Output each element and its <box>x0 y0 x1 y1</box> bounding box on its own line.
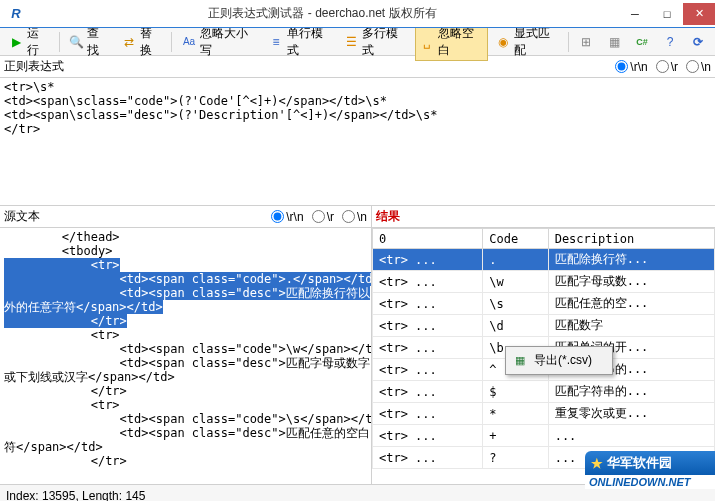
radio-n[interactable]: \n <box>686 60 711 74</box>
replace-icon: ⇄ <box>122 34 137 50</box>
radio-rn[interactable]: \r\n <box>615 60 647 74</box>
results-header: 结果 <box>372 206 715 228</box>
table-row[interactable]: <tr> ...\s匹配任意的空... <box>373 293 715 315</box>
close-button[interactable]: ✕ <box>683 3 715 25</box>
table-cell: 重复零次或更... <box>548 403 714 425</box>
grid-icon: ▦ <box>606 34 622 50</box>
table-row[interactable]: <tr> ....匹配除换行符... <box>373 249 715 271</box>
grid-view-button[interactable]: ▦ <box>601 32 627 52</box>
table-cell: <tr> ... <box>373 337 483 359</box>
results-title: 结果 <box>376 208 400 225</box>
table-cell: <tr> ... <box>373 271 483 293</box>
table-cell: <tr> ... <box>373 249 483 271</box>
radio-r[interactable]: \r <box>656 60 678 74</box>
table-cell: 匹配字符串的... <box>548 381 714 403</box>
regex-textarea[interactable] <box>0 78 715 205</box>
watermark-box: ★ 华军软件园 <box>585 451 715 475</box>
watermark: ★ 华军软件园 ONLINEDOWN.NET <box>585 451 715 501</box>
excel-icon: ▦ <box>512 353 528 369</box>
ignore-space-button[interactable]: ␣忽略空白 <box>415 23 489 61</box>
export-csv-label: 导出(*.csv) <box>534 352 592 369</box>
window-controls: ─ □ ✕ <box>619 3 715 25</box>
single-line-label: 单行模式 <box>287 25 332 59</box>
radio-rn-label: \r\n <box>630 60 647 74</box>
find-label: 查找 <box>87 25 110 59</box>
src-radio-n[interactable]: \n <box>342 210 367 224</box>
table-cell: <tr> ... <box>373 447 483 469</box>
table-cell: <tr> ... <box>373 425 483 447</box>
explicit-icon: ◉ <box>495 34 510 50</box>
multiline-icon: ☰ <box>344 34 359 50</box>
toolbar-separator <box>568 32 569 52</box>
table-cell: + <box>483 425 548 447</box>
table-cell: \w <box>483 271 548 293</box>
star-icon: ★ <box>591 456 603 471</box>
regex-input-area <box>0 78 715 206</box>
src-radio-rn[interactable]: \r\n <box>271 210 303 224</box>
col-0[interactable]: 0 <box>373 229 483 249</box>
table-row[interactable]: <tr> ...*重复零次或更... <box>373 403 715 425</box>
radio-rn-input[interactable] <box>615 60 628 73</box>
src-radio-r-label: \r <box>327 210 334 224</box>
src-radio-n-label: \n <box>357 210 367 224</box>
space-icon: ␣ <box>420 34 435 50</box>
toolbar-separator <box>59 32 60 52</box>
single-line-button[interactable]: ≡单行模式 <box>263 23 337 61</box>
src-radio-rn-input[interactable] <box>271 210 284 223</box>
src-radio-rn-label: \r\n <box>286 210 303 224</box>
multi-line-button[interactable]: ☰多行模式 <box>339 23 413 61</box>
help-button[interactable]: ? <box>657 32 683 52</box>
table-cell: . <box>483 249 548 271</box>
refresh-icon: ⟳ <box>690 34 706 50</box>
radio-n-input[interactable] <box>686 60 699 73</box>
tree-view-button[interactable]: ⊞ <box>573 32 599 52</box>
source-header: 源文本 \r\n \r \n <box>0 206 371 228</box>
table-cell: $ <box>483 381 548 403</box>
csharp-button[interactable]: C# <box>629 32 655 52</box>
table-row[interactable]: <tr> ...\w匹配字母或数... <box>373 271 715 293</box>
csharp-icon: C# <box>634 34 650 50</box>
table-cell: ? <box>483 447 548 469</box>
toolbar: ▶运行 🔍查找 ⇄替换 Aa忽略大小写 ≡单行模式 ☰多行模式 ␣忽略空白 ◉显… <box>0 28 715 56</box>
col-code[interactable]: Code <box>483 229 548 249</box>
table-row[interactable]: <tr> ...\d匹配数字 <box>373 315 715 337</box>
explicit-match-button[interactable]: ◉显式匹配 <box>490 23 564 61</box>
maximize-button[interactable]: □ <box>651 3 683 25</box>
table-cell: <tr> ... <box>373 293 483 315</box>
radio-r-label: \r <box>671 60 678 74</box>
replace-label: 替换 <box>140 25 163 59</box>
table-cell: <tr> ... <box>373 315 483 337</box>
table-row[interactable]: <tr> ...$匹配字符串的... <box>373 381 715 403</box>
run-button[interactable]: ▶运行 <box>4 23 55 61</box>
find-button[interactable]: 🔍查找 <box>64 23 115 61</box>
table-cell: 匹配数字 <box>548 315 714 337</box>
help-icon: ? <box>662 34 678 50</box>
src-radio-n-input[interactable] <box>342 210 355 223</box>
table-cell: \d <box>483 315 548 337</box>
ignore-case-button[interactable]: Aa忽略大小写 <box>176 23 261 61</box>
src-radio-r-input[interactable] <box>312 210 325 223</box>
col-description[interactable]: Description <box>548 229 714 249</box>
refresh-button[interactable]: ⟳ <box>685 32 711 52</box>
replace-button[interactable]: ⇄替换 <box>117 23 168 61</box>
case-icon: Aa <box>181 34 196 50</box>
source-title: 源文本 <box>4 208 40 225</box>
export-csv-menuitem[interactable]: ▦ 导出(*.csv) <box>508 349 610 372</box>
watermark-text2: ONLINEDOWN.NET <box>585 475 715 489</box>
titlebar: R 正则表达式测试器 - deerchao.net 版权所有 ─ □ ✕ <box>0 0 715 28</box>
table-cell: 匹配任意的空... <box>548 293 714 315</box>
table-cell: <tr> ... <box>373 359 483 381</box>
minimize-button[interactable]: ─ <box>619 3 651 25</box>
explicit-match-label: 显式匹配 <box>514 25 559 59</box>
table-cell: * <box>483 403 548 425</box>
results-panel: 结果 0 Code Description <tr> ....匹配除换行符...… <box>372 206 715 484</box>
ignore-space-label: 忽略空白 <box>438 25 483 59</box>
src-radio-r[interactable]: \r <box>312 210 334 224</box>
table-cell: \s <box>483 293 548 315</box>
source-content[interactable]: </thead> <tbody> <tr> <td><span class="c… <box>0 228 371 484</box>
table-row[interactable]: <tr> ...+... <box>373 425 715 447</box>
tree-icon: ⊞ <box>578 34 594 50</box>
multi-line-label: 多行模式 <box>362 25 407 59</box>
radio-r-input[interactable] <box>656 60 669 73</box>
table-cell: 匹配字母或数... <box>548 271 714 293</box>
